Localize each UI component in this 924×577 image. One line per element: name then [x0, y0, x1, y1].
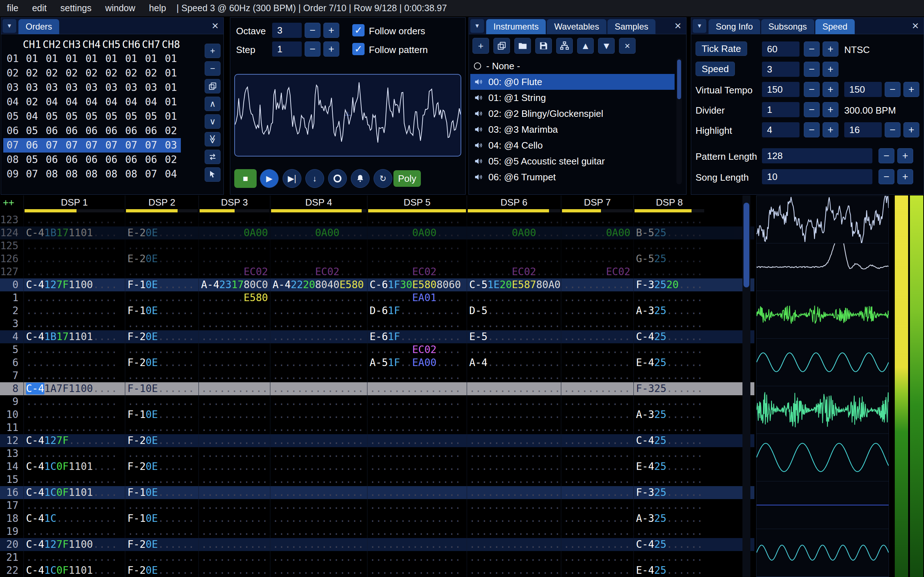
- pattern-cell[interactable]: ...........: [633, 395, 705, 408]
- order-cell[interactable]: 05: [141, 109, 161, 124]
- pattern-cell[interactable]: ...........: [125, 499, 199, 512]
- channel-header[interactable]: DSP 5: [367, 195, 467, 213]
- order-cell[interactable]: 07: [22, 167, 42, 181]
- order-row-number[interactable]: 06: [3, 124, 22, 138]
- pattern-cell[interactable]: ...........: [125, 447, 199, 460]
- pattern-cell[interactable]: ...........: [125, 343, 199, 356]
- pattern-cell[interactable]: ...........: [561, 512, 633, 525]
- pattern-cell[interactable]: ...............: [367, 395, 467, 408]
- order-cell[interactable]: 02: [141, 66, 161, 81]
- pattern-cell[interactable]: F-20E......: [125, 330, 199, 343]
- add-instrument-button[interactable]: +: [472, 38, 489, 54]
- play-button[interactable]: ▶: [260, 169, 279, 188]
- pattern-cell[interactable]: ...........: [561, 473, 633, 486]
- pattern-cell[interactable]: ...............: [270, 512, 367, 525]
- pattern-cell[interactable]: ...........: [561, 330, 633, 343]
- pattern-cell[interactable]: ...............: [270, 253, 367, 266]
- step-row-button[interactable]: ↓: [305, 169, 324, 188]
- order-cell[interactable]: 08: [121, 167, 141, 181]
- pattern-cell[interactable]: ...........: [633, 551, 705, 564]
- order-cell[interactable]: 01: [161, 52, 181, 66]
- pattern-cell[interactable]: F-20E......: [125, 434, 199, 447]
- song-length-input[interactable]: 10: [762, 169, 872, 184]
- pattern-cell[interactable]: ...........: [199, 434, 270, 447]
- instrument-item[interactable]: 03: @3 Marimba: [470, 121, 675, 137]
- order-cell[interactable]: 04: [82, 95, 102, 109]
- pattern-cell[interactable]: ...............: [23, 239, 125, 253]
- tab-instruments[interactable]: Instruments: [486, 19, 546, 34]
- channel-header[interactable]: DSP 4: [270, 195, 367, 213]
- order-cell[interactable]: 04: [102, 95, 121, 109]
- pattern-cell[interactable]: ...............: [270, 564, 367, 577]
- pattern-cell[interactable]: C-51E20E58780A0: [467, 279, 561, 292]
- pattern-cell[interactable]: ...........: [199, 525, 270, 538]
- pattern-cell[interactable]: ...........: [561, 447, 633, 460]
- menu-item-edit[interactable]: edit: [25, 3, 53, 13]
- pattern-cell[interactable]: ...........: [199, 318, 270, 330]
- order-cell[interactable]: 05: [121, 109, 141, 124]
- pattern-cell[interactable]: ...........: [561, 486, 633, 499]
- window-menu-icon[interactable]: ▼: [3, 19, 16, 33]
- order-cell[interactable]: 01: [161, 66, 181, 81]
- divider-input[interactable]: 1: [762, 102, 800, 117]
- pattern-cell[interactable]: ...............: [270, 213, 367, 226]
- duplicate-instrument-button[interactable]: [493, 38, 510, 54]
- pattern-cell[interactable]: G-525......: [633, 253, 705, 266]
- order-cell[interactable]: 02: [121, 66, 141, 81]
- pattern-cell[interactable]: .......EC02: [561, 266, 633, 279]
- pattern-cell[interactable]: E-20E......: [125, 226, 199, 239]
- pattern-cell[interactable]: ...............: [23, 551, 125, 564]
- pattern-cell[interactable]: F-10E......: [125, 486, 199, 499]
- highlight2-increase-button[interactable]: +: [903, 122, 919, 137]
- pattern-cell[interactable]: ...............: [23, 305, 125, 318]
- order-cell[interactable]: 08: [82, 167, 102, 181]
- order-cell[interactable]: 03: [121, 81, 141, 95]
- pattern-cell[interactable]: C-425......: [633, 538, 705, 551]
- window-menu-icon[interactable]: ▼: [470, 19, 484, 33]
- virtual-tempo-num-increase-button[interactable]: +: [822, 82, 838, 97]
- order-cell[interactable]: 02: [62, 66, 82, 81]
- close-icon[interactable]: ×: [907, 18, 924, 34]
- pattern-cell[interactable]: F-20E......: [125, 460, 199, 473]
- pattern-cell[interactable]: ...........: [633, 525, 705, 538]
- order-cell[interactable]: 06: [42, 153, 62, 167]
- order-cell[interactable]: 04: [42, 95, 62, 109]
- instrument-list-scrollbar[interactable]: [677, 58, 682, 184]
- pattern-cell[interactable]: C-425......: [633, 434, 705, 447]
- order-row-number[interactable]: 02: [3, 66, 22, 81]
- order-cell[interactable]: 03: [161, 138, 181, 153]
- order-cell[interactable]: 03: [22, 81, 42, 95]
- pattern-cell[interactable]: ...............: [270, 538, 367, 551]
- pattern-cell[interactable]: F-10E......: [125, 408, 199, 421]
- pattern-cell[interactable]: ...............: [467, 538, 561, 551]
- scrollbar-thumb[interactable]: [677, 60, 681, 99]
- octave-decrease-button[interactable]: −: [305, 23, 320, 38]
- order-cell[interactable]: 02: [102, 66, 121, 81]
- pattern-cell[interactable]: ...............: [23, 499, 125, 512]
- pattern-cell[interactable]: ...........: [199, 538, 270, 551]
- order-cell[interactable]: 07: [141, 167, 161, 181]
- order-cell[interactable]: 07: [82, 138, 102, 153]
- menu-item-help[interactable]: help: [142, 3, 173, 13]
- follow-pattern-checkbox[interactable]: ✓: [352, 43, 365, 55]
- virtual-tempo-den-increase-button[interactable]: +: [903, 82, 919, 97]
- order-row-number[interactable]: 07: [3, 138, 22, 153]
- order-row-number[interactable]: 08: [3, 153, 22, 167]
- order-cell[interactable]: 06: [62, 153, 82, 167]
- tick-rate-increase-button[interactable]: +: [822, 42, 838, 56]
- pattern-cell[interactable]: ...........: [633, 213, 705, 226]
- pattern-cell[interactable]: ...............: [367, 213, 467, 226]
- instrument-item[interactable]: 00: @0 Flute: [470, 74, 675, 90]
- pattern-cell[interactable]: ...........: [633, 473, 705, 486]
- move-order-down-button[interactable]: ∨: [205, 114, 221, 129]
- pattern-cell[interactable]: ...........: [561, 239, 633, 253]
- instrument-item[interactable]: 02: @2 Blingy/Glockenspiel: [470, 106, 675, 121]
- pattern-cell[interactable]: ...............: [270, 305, 367, 318]
- speed-increase-button[interactable]: +: [822, 62, 838, 77]
- pattern-cell[interactable]: ...............: [23, 525, 125, 538]
- pattern-cell[interactable]: ...............: [367, 473, 467, 486]
- deep-clone-order-button[interactable]: ≫: [205, 132, 221, 147]
- pattern-cell[interactable]: A-325......: [633, 408, 705, 421]
- pattern-cell[interactable]: ...............: [467, 434, 561, 447]
- pattern-cell[interactable]: ...............: [467, 239, 561, 253]
